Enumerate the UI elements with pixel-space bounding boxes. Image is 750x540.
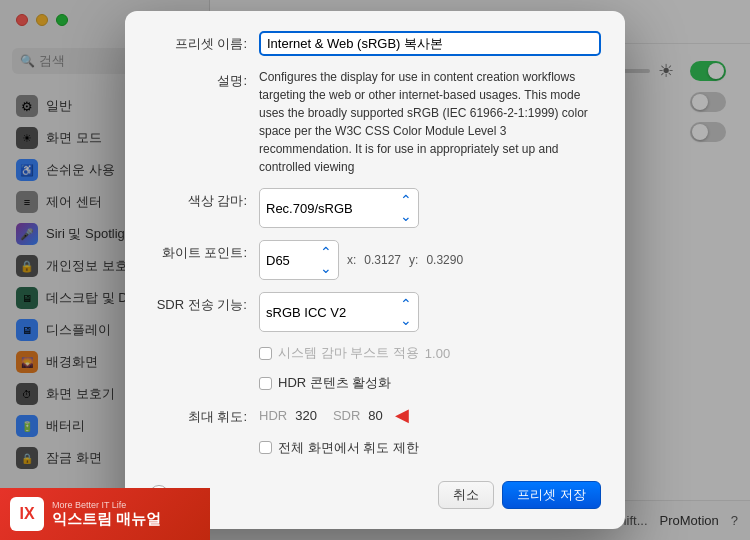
hdr-content-row: HDR 콘텐츠 활성화	[149, 374, 601, 392]
sdr-nits-value: 80	[368, 408, 382, 423]
limit-brightness-spacer	[149, 439, 259, 443]
white-point-control: D65 ⌃⌄ x: 0.3127 y: 0.3290	[259, 240, 601, 280]
color-gamma-value: Rec.709/sRGB	[266, 201, 353, 216]
limit-brightness-checkbox[interactable]	[259, 441, 272, 454]
description-label: 설명:	[149, 68, 259, 90]
system-gamma-value: 1.00	[425, 346, 450, 361]
footer-buttons: 취소 프리셋 저장	[438, 481, 601, 509]
dropdown-arrow-wp: ⌃⌄	[320, 244, 332, 276]
watermark-main: 익스트림 매뉴얼	[52, 510, 161, 529]
dropdown-arrow-gamma: ⌃⌄	[400, 192, 412, 224]
watermark-text-group: More Better IT Life 익스트림 매뉴얼	[52, 500, 161, 529]
description-content: Configures the display for use in conten…	[259, 68, 601, 176]
hdr-content-control: HDR 콘텐츠 활성화	[259, 374, 601, 392]
watermark-sub: More Better IT Life	[52, 500, 161, 510]
color-gamma-control: Rec.709/sRGB ⌃⌄	[259, 188, 601, 228]
preset-name-row: 프리셋 이름:	[149, 31, 601, 56]
system-gamma-row: 시스템 감마 부스트 적용 1.00	[149, 344, 601, 362]
sdr-value: sRGB ICC V2	[266, 305, 346, 320]
hdr-content-spacer	[149, 374, 259, 378]
hdr-nits-value: 320	[295, 408, 317, 423]
description-text: Configures the display for use in conten…	[259, 68, 601, 176]
preset-name-field	[259, 31, 601, 56]
system-gamma-control: 시스템 감마 부스트 적용 1.00	[259, 344, 601, 362]
system-gamma-label: 시스템 감마 부스트 적용	[278, 344, 419, 362]
sdr-type-label: SDR	[333, 408, 360, 423]
max-brightness-row: 최대 휘도: HDR 320 SDR 80 ◀	[149, 404, 601, 426]
hdr-type-label: HDR	[259, 408, 287, 423]
color-gamma-label: 색상 감마:	[149, 188, 259, 210]
modal-overlay: 프리셋 이름: 설명: Configures the display for u…	[0, 0, 750, 540]
white-point-dropdown[interactable]: D65 ⌃⌄	[259, 240, 339, 280]
system-gamma-checkbox[interactable]	[259, 347, 272, 360]
watermark: IX More Better IT Life 익스트림 매뉴얼	[0, 488, 210, 540]
sdr-label: SDR 전송 기능:	[149, 292, 259, 314]
description-row: 설명: Configures the display for use in co…	[149, 68, 601, 176]
color-gamma-row: 색상 감마: Rec.709/sRGB ⌃⌄	[149, 188, 601, 228]
dropdown-arrow-sdr: ⌃⌄	[400, 296, 412, 328]
sdr-row: SDR 전송 기능: sRGB ICC V2 ⌃⌄	[149, 292, 601, 332]
preset-name-label: 프리셋 이름:	[149, 31, 259, 53]
system-gamma-spacer	[149, 344, 259, 348]
hdr-content-checkbox[interactable]	[259, 377, 272, 390]
sdr-dropdown[interactable]: sRGB ICC V2 ⌃⌄	[259, 292, 419, 332]
modal-footer: ? 취소 프리셋 저장	[149, 473, 601, 509]
coord-y-label: y:	[409, 253, 418, 267]
white-point-value: D65	[266, 253, 290, 268]
main-window: 🔍 검색 ⚙ 일반 ☀ 화면 모드 ♿ 손쉬운 사용 ≡ 제어 센터 🎤 Sir…	[0, 0, 750, 540]
cancel-button[interactable]: 취소	[438, 481, 494, 509]
white-point-label: 화이트 포인트:	[149, 240, 259, 262]
limit-brightness-label: 전체 화면에서 휘도 제한	[278, 439, 419, 457]
watermark-icon: IX	[10, 497, 44, 531]
max-brightness-label: 최대 휘도:	[149, 404, 259, 426]
red-arrow-indicator: ◀	[395, 404, 409, 426]
sdr-control: sRGB ICC V2 ⌃⌄	[259, 292, 601, 332]
hdr-content-label: HDR 콘텐츠 활성화	[278, 374, 391, 392]
coord-x-value: 0.3127	[364, 253, 401, 267]
color-gamma-dropdown[interactable]: Rec.709/sRGB ⌃⌄	[259, 188, 419, 228]
max-brightness-control: HDR 320 SDR 80 ◀	[259, 404, 601, 426]
preset-dialog: 프리셋 이름: 설명: Configures the display for u…	[125, 11, 625, 528]
coord-y-value: 0.3290	[426, 253, 463, 267]
white-point-row: 화이트 포인트: D65 ⌃⌄ x: 0.3127 y: 0.3290	[149, 240, 601, 280]
limit-brightness-control: 전체 화면에서 휘도 제한	[259, 439, 601, 457]
save-button[interactable]: 프리셋 저장	[502, 481, 601, 509]
watermark-icon-text: IX	[19, 505, 34, 523]
coord-x-label: x:	[347, 253, 356, 267]
preset-name-input[interactable]	[259, 31, 601, 56]
limit-brightness-row: 전체 화면에서 휘도 제한	[149, 439, 601, 457]
